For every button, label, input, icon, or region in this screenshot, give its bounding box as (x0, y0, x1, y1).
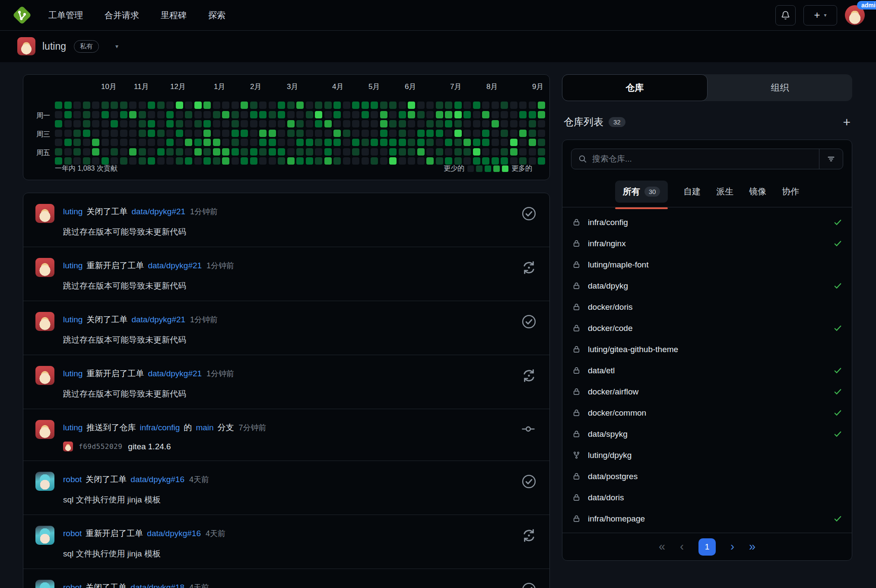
legend-scale (467, 165, 508, 172)
repo-list-item[interactable]: docker/common (572, 402, 842, 423)
feed-entry-body: luting重新开启了工单data/dpykg#211分钟前跳过存在版本可能导致… (63, 366, 512, 400)
repo-list-item[interactable]: infra/nginx (572, 233, 842, 254)
context-caret-icon[interactable]: ▾ (115, 43, 118, 50)
feed-user-link[interactable]: luting (63, 207, 83, 216)
user-menu: admin (845, 5, 865, 25)
heatmap-cell (92, 111, 99, 118)
profile-avatar[interactable] (17, 37, 35, 55)
feed-timestamp: 4天前 (206, 528, 225, 539)
feed-user-avatar[interactable] (35, 580, 54, 588)
heatmap-cell (389, 130, 397, 137)
feed-repo-link[interactable]: data/dpykg#21 (148, 369, 202, 378)
feed-user-link[interactable]: luting (63, 423, 83, 432)
repo-list-item[interactable]: infra/homepage (572, 508, 842, 529)
heatmap-cell (287, 130, 295, 137)
repo-list-item[interactable]: data/spykg (572, 423, 842, 445)
lock-icon (572, 303, 581, 311)
repo-list-item[interactable]: luting/dpykg (572, 445, 842, 466)
repo-search-input[interactable] (592, 154, 819, 164)
search-filter-button[interactable] (819, 149, 843, 169)
feed-action-text: 分支 (218, 422, 234, 433)
feed-repo-link[interactable]: data/dpykg#21 (131, 315, 185, 324)
heatmap-cell (426, 148, 434, 156)
feed-user-avatar[interactable] (35, 366, 54, 385)
feed-repo-link[interactable]: data/dpykg#16 (130, 475, 184, 484)
nav-item-milestones[interactable]: 里程碑 (161, 10, 187, 21)
nav-item-merge-requests[interactable]: 合并请求 (105, 10, 139, 21)
feed-user-avatar[interactable] (35, 312, 54, 331)
feed-user-link[interactable]: luting (63, 315, 83, 324)
plus-icon: + (814, 10, 820, 20)
feed-repo-link[interactable]: data/dpykg#18 (130, 583, 184, 588)
repo-filter-tab[interactable]: 协作 (782, 186, 799, 197)
repo-list-item[interactable]: data/postgres (572, 466, 842, 487)
search-icon (571, 155, 592, 163)
add-repo-button[interactable]: + (843, 116, 851, 129)
notifications-button[interactable] (775, 5, 796, 25)
heatmap-cell (139, 157, 146, 165)
commit-sha-link[interactable]: f69d552029 (79, 442, 122, 451)
fork-icon (572, 451, 581, 459)
nav-item-issues[interactable]: 工单管理 (48, 10, 83, 21)
heatmap-month-label: 8月 (486, 82, 498, 92)
repo-list-item[interactable]: docker/code (572, 318, 842, 339)
repo-list-item[interactable]: data/dpykg (572, 275, 842, 296)
repo-filter-tab[interactable]: 自建 (683, 186, 701, 197)
heatmap-cell (454, 157, 462, 165)
feed-user-link[interactable]: luting (63, 369, 83, 378)
repo-list-item[interactable]: infra/config (572, 212, 842, 233)
heatmap-cell (333, 148, 341, 156)
heatmap-cell (176, 139, 183, 146)
heatmap-cell (371, 157, 378, 165)
repo-list-item[interactable]: luting/maple-font (572, 254, 842, 275)
tab-organizations[interactable]: 组织 (708, 74, 852, 101)
profile-username[interactable]: luting (42, 41, 66, 52)
pagination-first-button[interactable]: « (659, 541, 665, 553)
repo-list-item[interactable]: docker/airflow (572, 381, 842, 402)
feed-user-avatar[interactable] (35, 472, 54, 491)
feed-user-link[interactable]: robot (63, 583, 82, 588)
feed-repo-link[interactable]: main (196, 423, 213, 432)
pagination-last-button[interactable]: » (749, 541, 755, 553)
repo-filter-tab[interactable]: 镜像 (749, 186, 766, 197)
feed-user-link[interactable]: robot (63, 529, 82, 538)
repo-list-item[interactable]: data/etl (572, 360, 842, 381)
feed-user-link[interactable]: luting (63, 261, 83, 270)
feed-comment-text: 跳过存在版本可能导致未更新代码 (63, 280, 512, 292)
top-navbar: 工单管理 合并请求 里程碑 探索 + ▾ admin (0, 0, 876, 31)
heatmap-cell (538, 102, 545, 109)
feed-user-avatar[interactable] (35, 526, 54, 545)
feed-user-link[interactable]: robot (63, 475, 82, 484)
feed-user-avatar[interactable] (35, 420, 54, 439)
heatmap-cell (92, 102, 99, 109)
feed-repo-link[interactable]: data/dpykg#16 (147, 529, 201, 538)
repo-name: docker/doris (588, 302, 633, 312)
heatmap-cell (213, 111, 220, 118)
heatmap-cell (445, 139, 452, 146)
repo-filter-all-active[interactable]: 所有30 (615, 181, 668, 203)
feed-repo-link[interactable]: data/dpykg#21 (131, 207, 185, 216)
repo-list-item[interactable]: luting/gitea-github-theme (572, 339, 842, 360)
heatmap-cell (73, 130, 81, 137)
feed-repo-link[interactable]: data/dpykg#21 (148, 261, 202, 270)
gitea-logo-icon[interactable] (11, 4, 33, 26)
tab-repositories[interactable]: 仓库 (562, 74, 708, 101)
heatmap-cell (203, 157, 211, 165)
create-new-button[interactable]: + ▾ (803, 5, 837, 25)
pagination-prev-button[interactable]: ‹ (680, 541, 684, 553)
heatmap-cell (120, 139, 127, 146)
repo-list-item[interactable]: docker/doris (572, 296, 842, 318)
nav-item-explore[interactable]: 探索 (208, 10, 225, 21)
repo-list-item[interactable]: data/doris (572, 487, 842, 508)
pagination-next-button[interactable]: › (730, 541, 734, 553)
heatmap-cell (426, 120, 434, 127)
feed-repo-link[interactable]: infra/config (140, 423, 180, 432)
pagination-page-1[interactable]: 1 (698, 538, 716, 556)
repo-filter-tab[interactable]: 派生 (716, 186, 733, 197)
heatmap-cell (213, 130, 220, 137)
feed-user-avatar[interactable] (35, 258, 54, 277)
heatmap-cell (278, 157, 285, 165)
heatmap-cell (445, 148, 452, 156)
heatmap-month-label: 10月 (101, 82, 117, 92)
feed-user-avatar[interactable] (35, 204, 54, 223)
